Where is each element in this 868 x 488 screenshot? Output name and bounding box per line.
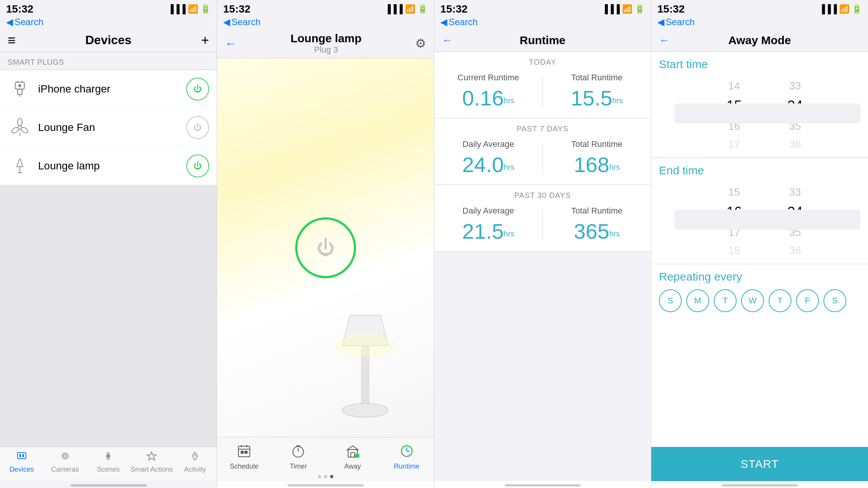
status-time-2: 15:32 (223, 3, 251, 15)
back-bar-3: ◀ Search (434, 17, 651, 29)
page-title-devices: Devices (85, 33, 131, 47)
back-button-1[interactable]: ◀ Search (6, 17, 43, 27)
status-time-3: 15:32 (440, 3, 468, 15)
table-row[interactable]: iPhone charger ⏻ (0, 70, 217, 108)
day-wednesday[interactable]: W (741, 289, 764, 312)
power-button-2[interactable]: ⏻ (186, 116, 209, 139)
daily-avg-label-2: Daily Average (434, 206, 542, 216)
tab-devices[interactable]: Devices (0, 451, 43, 474)
device-list: iPhone charger ⏻ Lounge Fan ⏻ (0, 70, 217, 185)
day-monday[interactable]: M (686, 289, 709, 312)
battery-icon-4: 🔋 (852, 4, 862, 14)
device-name-1: iPhone charger (38, 83, 180, 95)
runtime-empty (434, 252, 651, 481)
add-device-button[interactable]: + (201, 32, 209, 48)
runtime-back-btn[interactable]: ← (442, 34, 452, 46)
toolbar-runtime[interactable]: Runtime (380, 441, 434, 470)
home-indicator-2 (288, 484, 364, 486)
daily-avg-unit-2: hrs (504, 230, 515, 238)
tab-activity[interactable]: Activity (173, 451, 217, 474)
day-friday[interactable]: F (796, 289, 819, 312)
status-bar-4: 15:32 ▐▐▐ 📶 🔋 (651, 0, 868, 17)
current-runtime-unit: hrs (504, 96, 515, 105)
svg-marker-11 (17, 160, 23, 167)
end-hour-col[interactable]: 15 16 17 18 (704, 182, 765, 258)
back-btn-2[interactable]: ← (225, 37, 237, 51)
end-min-col[interactable]: 33 34 35 36 (765, 182, 826, 258)
start-button[interactable]: START (651, 447, 868, 481)
runtime-today-current: Current Runtime 0.16hrs (434, 73, 542, 110)
tab-activity-label: Activity (184, 466, 206, 474)
start-min-above: 33 (789, 78, 801, 93)
runtime-past30-row: Daily Average 21.5hrs Total Runtime 365h… (434, 206, 651, 244)
away-empty (651, 318, 868, 447)
total-runtime-value-1: 15.5hrs (543, 86, 651, 110)
total-runtime-label-1: Total Runtime (543, 73, 651, 83)
back-label-2: Search (232, 17, 261, 27)
day-saturday[interactable]: S (823, 289, 846, 312)
svg-point-39 (355, 453, 360, 458)
power-button-3[interactable]: ⏻ (186, 155, 209, 177)
home-indicator-4 (722, 484, 798, 486)
toolbar-schedule[interactable]: Schedule (217, 441, 271, 470)
svg-point-8 (20, 126, 29, 134)
schedule-label: Schedule (230, 462, 259, 470)
lounge-lamp-panel: 15:32 ▐▐▐ 📶 🔋 ◀ Search ← Lounge lamp Plu… (217, 0, 434, 488)
svg-rect-17 (22, 454, 24, 457)
start-hour-col[interactable]: 14 15 16 17 (704, 75, 765, 152)
status-icons-1: ▐▐▐ 📶 🔋 (168, 4, 211, 14)
tab-cameras[interactable]: Cameras (43, 451, 87, 474)
svg-point-9 (11, 126, 19, 134)
lamp-power-ring[interactable]: ⏻ (295, 217, 356, 278)
svg-point-20 (107, 455, 109, 457)
dot-1 (318, 475, 321, 478)
day-sunday[interactable]: S (659, 289, 682, 312)
runtime-past7-row: Daily Average 24.0hrs Total Runtime 168h… (434, 139, 651, 177)
table-row[interactable]: Lounge Fan ⏻ (0, 108, 217, 147)
signal-icon-4: ▐▐▐ (819, 4, 837, 14)
total-runtime-value-2: 168hrs (543, 152, 651, 177)
total-runtime-label-2: Total Runtime (543, 139, 651, 149)
activity-tab-icon (190, 451, 200, 464)
tab-scenes[interactable]: Scenes (87, 451, 130, 474)
start-time-picker: ◁ 14 15 16 17 33 34 35 36 (659, 75, 860, 152)
menu-button[interactable]: ≡ (8, 32, 16, 48)
current-runtime-label: Current Runtime (434, 73, 542, 83)
settings-btn[interactable]: ⚙ (415, 36, 426, 51)
runtime-today-label: TODAY (434, 58, 651, 67)
start-hour-far-below: 17 (728, 137, 740, 152)
back-button-2[interactable]: ◀ Search (223, 17, 261, 27)
start-min-far-below: 36 (789, 137, 801, 152)
status-icons-4: ▐▐▐ 📶 🔋 (819, 4, 862, 14)
signal-icon-1: ▐▐▐ (168, 4, 185, 14)
end-hour-below: 17 (728, 225, 740, 240)
smart-plugs-header: SMART PLUGS (0, 52, 217, 70)
day-buttons: S M T W T F S (659, 289, 860, 312)
status-bar-3: 15:32 ▐▐▐ 📶 🔋 (434, 0, 651, 17)
wifi-icon-1: 📶 (188, 4, 198, 14)
runtime-past7-total: Total Runtime 168hrs (543, 139, 651, 177)
current-runtime-number: 0.16 (462, 86, 504, 110)
back-bar-2: ◀ Search (217, 17, 434, 29)
day-tuesday[interactable]: T (714, 289, 737, 312)
back-button-3[interactable]: ◀ Search (440, 17, 478, 27)
toolbar-timer[interactable]: Timer (271, 441, 325, 470)
day-thursday[interactable]: T (769, 289, 791, 312)
table-row[interactable]: Lounge lamp ⏻ (0, 147, 217, 185)
lamp-power-symbol: ⏻ (317, 237, 335, 258)
svg-rect-28 (238, 446, 250, 457)
plug-icon-1 (8, 77, 32, 101)
back-button-4[interactable]: ◀ Search (657, 17, 695, 27)
total-runtime-value-3: 365hrs (543, 219, 651, 244)
svg-point-27 (335, 334, 396, 357)
scenes-tab-icon (103, 451, 113, 464)
tab-smart-actions[interactable]: Smart Actions (130, 451, 173, 474)
toolbar-away[interactable]: Away (326, 441, 380, 470)
away-back-btn[interactable]: ← (659, 34, 670, 46)
status-time-4: 15:32 (657, 3, 685, 15)
runtime-past30-label: PAST 30 DAYS (434, 191, 651, 200)
dot-3 (330, 475, 333, 478)
svg-rect-33 (245, 451, 247, 453)
power-button-1[interactable]: ⏻ (186, 78, 209, 100)
start-min-col[interactable]: 33 34 35 36 (765, 75, 826, 152)
